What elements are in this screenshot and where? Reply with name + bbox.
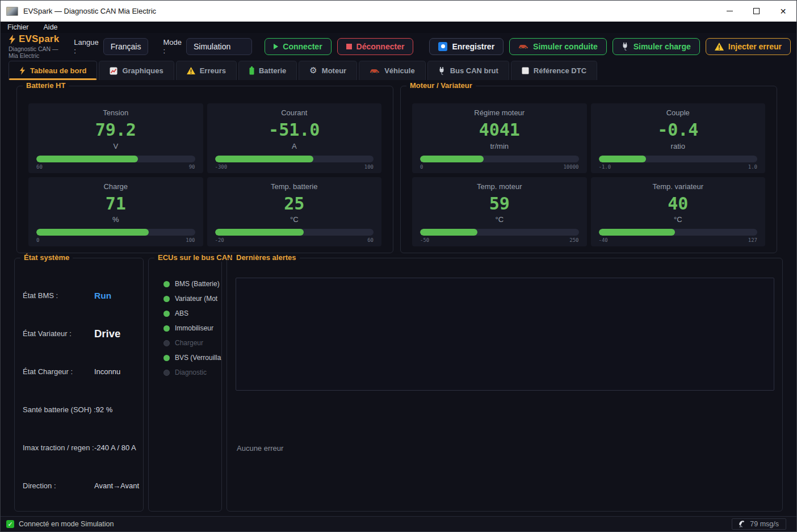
tab-reference-dtc[interactable]: Référence DTC [511, 61, 597, 80]
lightning-icon [9, 35, 16, 44]
status-bar: ✓ Connecté en mode Simulation 79 msg/s [1, 516, 796, 531]
document-icon [522, 67, 529, 74]
ecu-status-dot [163, 311, 170, 317]
gauge-label: Charge [103, 182, 128, 191]
ecu-group: ECUs sur le bus CAN BMS (Batterie) Varia… [148, 258, 222, 512]
simulate-drive-button[interactable]: Simuler conduite [509, 38, 607, 55]
tab-label: Moteur [322, 66, 346, 75]
gauge-bar [420, 229, 579, 236]
tab-label: Batterie [259, 66, 286, 75]
plug-icon [438, 66, 446, 75]
app-window: EVSpark — Diagnostic CAN Mia Electric ✕ … [0, 0, 797, 532]
close-button[interactable]: ✕ [770, 1, 796, 22]
tab-bus-can-brut[interactable]: Bus CAN brut [427, 61, 509, 80]
gauge-bar [36, 229, 195, 236]
gauge-bar-fill [215, 229, 304, 236]
system-row-soh: Santé batterie (SOH) : 92 % [23, 391, 136, 429]
gauge-bar-fill [420, 156, 484, 162]
gauge-max: 127 [748, 237, 757, 243]
warning-icon [187, 67, 195, 74]
gauge-couple: Couple -0.4 ratio -1.01.0 [591, 103, 766, 173]
app-icon [6, 7, 18, 16]
connect-label: Connecter [283, 42, 322, 51]
tab-tableau-de-bord[interactable]: Tableau de bord [9, 61, 97, 80]
play-icon [274, 44, 278, 49]
message-rate-text: 79 msg/s [750, 520, 779, 528]
tab-graphiques[interactable]: Graphiques [99, 61, 174, 80]
tab-moteur[interactable]: ⚙ Moteur [299, 61, 357, 80]
gauge-tension: Tension 79.2 V 6090 [28, 103, 203, 173]
mode-select[interactable]: Simulation [186, 38, 252, 55]
disconnect-button[interactable]: Déconnecter [337, 38, 414, 55]
tab-batterie[interactable]: Batterie [238, 61, 297, 80]
gauge-unit: V [113, 142, 118, 150]
connection-status-text: Connecté en mode Simulation [19, 520, 114, 528]
gauge-max: 1.0 [748, 164, 757, 170]
record-button[interactable]: Enregistrer [429, 38, 504, 55]
gauge-min: 0 [36, 237, 39, 243]
ecu-label: BVS (Verrouilla [175, 354, 221, 362]
system-state-group: État système État BMS : Run État Variate… [14, 258, 144, 512]
system-value-soh: 92 % [96, 405, 113, 414]
gauge-unit: tr/min [490, 142, 509, 150]
system-label: Direction : [23, 481, 94, 490]
gauge-min: 60 [36, 164, 43, 170]
mode-label: Mode : [163, 38, 182, 55]
ecu-item-immobiliseur: Immobiliseur [163, 321, 218, 336]
toolbar: EVSpark Diagnostic CAN — Mia Electric La… [1, 33, 796, 60]
car-icon [518, 43, 528, 50]
maximize-button[interactable] [743, 1, 770, 22]
gauge-min: -50 [420, 237, 429, 243]
brand: EVSpark Diagnostic CAN — Mia Electric [9, 33, 59, 59]
gauge-bar-fill [599, 156, 647, 162]
gauge-bar [36, 156, 195, 162]
window-title: EVSpark — Diagnostic CAN Mia Electric [23, 7, 156, 15]
gauge-charge: Charge 71 % 0100 [28, 177, 203, 247]
gauge-max: 100 [186, 237, 195, 243]
simulate-charge-button[interactable]: Simuler charge [613, 38, 700, 55]
gauge-unit: A [292, 142, 297, 150]
alerts-list[interactable] [236, 278, 774, 391]
record-icon [438, 42, 447, 51]
alerts-empty-message: Aucune erreur [237, 444, 774, 453]
ecu-status-dot [163, 340, 170, 346]
gauge-bar-fill [215, 156, 313, 162]
maximize-icon [753, 8, 760, 14]
minimize-icon [727, 11, 733, 11]
gauge-unit: % [112, 215, 119, 224]
gauge-min: -300 [215, 164, 228, 170]
gauge-value: 71 [106, 194, 126, 214]
titlebar: EVSpark — Diagnostic CAN Mia Electric ✕ [1, 1, 796, 22]
menu-fichier[interactable]: Fichier [7, 23, 29, 31]
tab-erreurs[interactable]: Erreurs [176, 61, 237, 80]
minimize-button[interactable] [716, 1, 743, 22]
tab-vehicule[interactable]: Véhicule [359, 61, 425, 80]
record-label: Enregistrer [452, 42, 494, 51]
message-rate-cell: 79 msg/s [732, 518, 786, 530]
inject-error-button[interactable]: Injecter erreur [706, 38, 791, 55]
connect-button[interactable]: Connecter [265, 38, 331, 55]
gauge-bar [599, 229, 758, 236]
language-select[interactable]: Français [103, 38, 149, 55]
gauge-value: -51.0 [269, 120, 320, 140]
gauge-max: 10000 [563, 164, 578, 170]
ecu-item-bvs: BVS (Verrouilla [163, 350, 218, 365]
tab-label: Référence DTC [534, 66, 586, 75]
car-icon [370, 68, 380, 74]
motor-group: Moteur / Variateur Régime moteur 4041 tr… [400, 86, 777, 253]
menubar: Fichier Aide [1, 22, 796, 33]
stop-icon [346, 44, 352, 49]
gauge-unit: °C [674, 215, 682, 224]
main-content: Batterie HT Tension 79.2 V 6090 Courant … [1, 80, 796, 516]
ecu-label: Variateur (Mot [175, 295, 217, 303]
ecu-item-abs: ABS [163, 306, 218, 321]
menu-aide[interactable]: Aide [44, 23, 58, 31]
tab-label: Erreurs [200, 66, 226, 75]
alerts-group: Dernières alertes Aucune erreur [226, 258, 783, 512]
system-label: État BMS : [23, 291, 94, 300]
antenna-icon [738, 520, 746, 528]
system-row-direction: Direction : Avant→Avant [23, 467, 136, 505]
gauge-value: 4041 [479, 120, 520, 140]
system-row-variateur: État Variateur : Drive [23, 315, 136, 353]
gauge-label: Régime moteur [474, 108, 525, 117]
